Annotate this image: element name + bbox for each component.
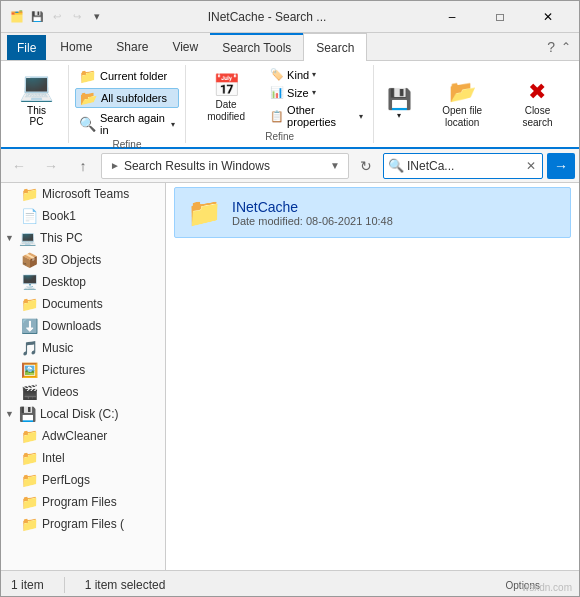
tab-search[interactable]: Search [303,33,367,61]
refresh-button[interactable]: ↻ [353,153,379,179]
current-folder-button[interactable]: 📁 Current folder [75,67,179,85]
close-search-icon: ✖ [528,79,546,105]
sidebar-item-pictures[interactable]: 🖼️ Pictures [1,359,165,381]
status-divider [64,577,65,593]
kind-button[interactable]: 🏷️ Kind ▾ [266,67,367,82]
save-icon[interactable]: 💾 [29,9,45,25]
collapse-ribbon-icon[interactable]: ⌃ [561,40,571,54]
search-clear-button[interactable]: ✕ [524,159,538,173]
sidebar-label-intel: Intel [42,451,65,465]
watermark: wsxdn.com [522,582,572,593]
sidebar-item-music[interactable]: 🎵 Music [1,337,165,359]
program-files-icon: 📁 [21,494,37,510]
search-again-button[interactable]: 🔍 Search again in ▾ [75,111,179,137]
up-button[interactable]: ↑ [69,153,97,179]
address-box[interactable]: ► Search Results in Windows ▼ [101,153,349,179]
sidebar-item-adwcleaner[interactable]: 📁 AdwCleaner [1,425,165,447]
pictures-icon: 🖼️ [21,362,37,378]
size-label: Size [287,87,308,99]
this-pc-button[interactable]: 💻 This PC [11,67,62,130]
sidebar-label-book1: Book1 [42,209,76,223]
sidebar-item-local-disk[interactable]: ▼ 💾 Local Disk (C:) [1,403,165,425]
main-area: 📁 Microsoft Teams 📄 Book1 ▼ 💻 This PC 📦 … [1,183,579,570]
perflogs-icon: 📁 [21,472,37,488]
size-button[interactable]: 📊 Size ▾ [266,85,367,100]
refine-label: Refine [192,129,367,142]
sidebar-label-adwcleaner: AdwCleaner [42,429,107,443]
search-box[interactable]: 🔍 ✕ [383,153,543,179]
location-items: 📁 Current folder 📂 All subfolders 🔍 Sear… [75,67,179,137]
teams-icon: 📁 [21,186,37,202]
documents-icon: 📁 [21,296,37,312]
close-search-button[interactable]: ✖ Close search [506,73,569,135]
pc-icon: 💻 [19,230,35,246]
address-dropdown[interactable]: ▼ [330,160,340,171]
sidebar-item-videos[interactable]: 🎬 Videos [1,381,165,403]
this-pc-label: This PC [19,105,54,127]
more-icon[interactable]: ▾ [89,9,105,25]
open-file-location-button[interactable]: 📂 Open file location [422,73,502,135]
redo-icon[interactable]: ↪ [69,9,85,25]
this-pc-collapse: ▼ [5,233,14,243]
search-again-label: Search again in [100,112,167,136]
sidebar-label-perflogs: PerfLogs [42,473,90,487]
3d-icon: 📦 [21,252,37,268]
videos-icon: 🎬 [21,384,37,400]
properties-arrow: ▾ [359,112,363,121]
size-arrow: ▾ [312,88,316,97]
close-search-label: Close search [512,105,563,129]
search-input[interactable] [407,159,521,173]
tab-search-tools[interactable]: Search Tools [210,33,303,60]
undo-icon[interactable]: ↩ [49,9,65,25]
adwcleaner-icon: 📁 [21,428,37,444]
open-location-icon: 📂 [449,79,476,105]
location-group: 📁 Current folder 📂 All subfolders 🔍 Sear… [69,65,186,143]
maximize-button[interactable]: □ [477,3,523,31]
other-properties-label: Other properties [287,104,356,128]
all-subfolders-button[interactable]: 📂 All subfolders [75,88,179,108]
sidebar-item-downloads[interactable]: ⬇️ Downloads [1,315,165,337]
window-icon: 🗂️ [9,9,25,25]
tab-file[interactable]: File [7,35,46,60]
kind-label: Kind [287,69,309,81]
sidebar-item-desktop[interactable]: 🖥️ Desktop [1,271,165,293]
sidebar-item-perflogs[interactable]: 📁 PerfLogs [1,469,165,491]
sidebar-item-program-files[interactable]: 📁 Program Files [1,491,165,513]
date-modified-button[interactable]: 📅 Date modified [192,67,260,129]
tab-view[interactable]: View [160,33,210,60]
other-properties-button[interactable]: 📋 Other properties ▾ [266,103,367,129]
search-result-item[interactable]: 📁 INetCache Date modified: 08-06-2021 10… [174,187,571,238]
close-button[interactable]: ✕ [525,3,571,31]
sidebar-item-microsoft-teams[interactable]: 📁 Microsoft Teams [1,183,165,205]
search-go-button[interactable]: → [547,153,575,179]
status-bar: 1 item 1 item selected [1,570,579,597]
tab-share[interactable]: Share [104,33,160,60]
sidebar-item-intel[interactable]: 📁 Intel [1,447,165,469]
sidebar-label-documents: Documents [42,297,103,311]
refine-items: 📅 Date modified 🏷️ Kind ▾ 📊 Size ▾ [192,67,367,129]
desktop-icon: 🖥️ [21,274,37,290]
tab-home[interactable]: Home [48,33,104,60]
sidebar-item-this-pc[interactable]: ▼ 💻 This PC [1,227,165,249]
downloads-icon: ⬇️ [21,318,37,334]
search-again-arrow: ▾ [171,120,175,129]
sidebar-label-downloads: Downloads [42,319,101,333]
options-group: 💾 ▾ 📂 Open file location ✖ Close search … [374,65,575,143]
minimize-button[interactable]: – [429,3,475,31]
sidebar-item-documents[interactable]: 📁 Documents [1,293,165,315]
forward-button[interactable]: → [37,153,65,179]
sidebar-item-book1[interactable]: 📄 Book1 [1,205,165,227]
back-button[interactable]: ← [5,153,33,179]
size-icon: 📊 [270,86,284,99]
address-bar: ← → ↑ ► Search Results in Windows ▼ ↻ 🔍 … [1,149,579,183]
music-icon: 🎵 [21,340,37,356]
sidebar-item-3d-objects[interactable]: 📦 3D Objects [1,249,165,271]
title-bar: 🗂️ 💾 ↩ ↪ ▾ INetCache - Search ... – □ ✕ [1,1,579,33]
help-icon[interactable]: ? [547,39,555,55]
sidebar-label-this-pc: This PC [40,231,83,245]
ribbon-tabs: File Home Share View Search Tools Search… [1,33,579,61]
content-area: 📁 INetCache Date modified: 08-06-2021 10… [166,183,579,570]
save-dropdown-button[interactable]: 💾 ▾ [380,73,418,135]
sidebar-item-program-files-x86[interactable]: 📁 Program Files ( [1,513,165,535]
book-icon: 📄 [21,208,37,224]
